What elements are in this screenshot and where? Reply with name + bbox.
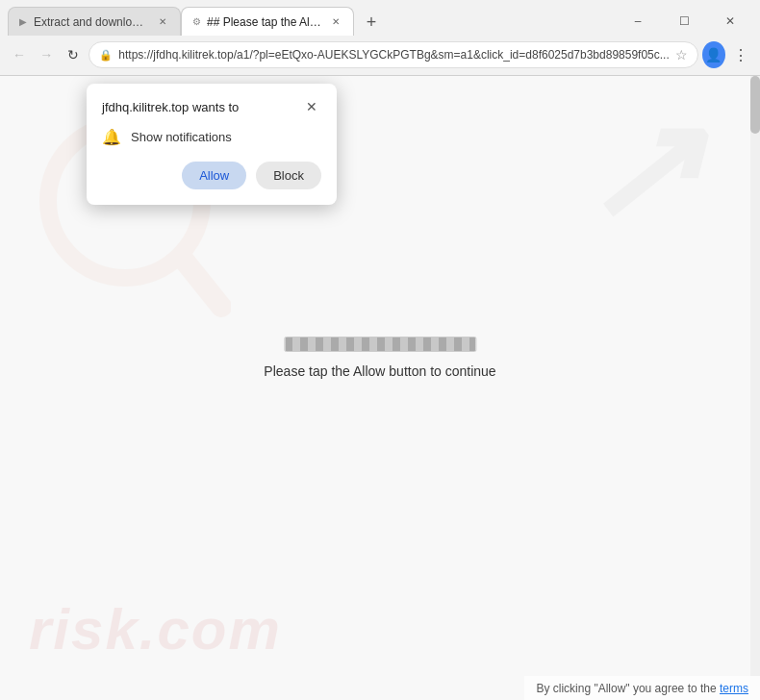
block-button[interactable]: Block <box>256 162 321 189</box>
lock-icon: 🔒 <box>99 49 113 62</box>
tab-2-favicon: ⚙ <box>191 15 201 29</box>
address-url-text: https://jfdhq.kilitrek.top/a1/?pl=eEtQxo… <box>118 48 669 62</box>
popup-body: 🔔 Show notifications <box>102 128 321 146</box>
close-button[interactable]: ✕ <box>708 7 752 36</box>
maximize-button[interactable]: ☐ <box>662 7 706 36</box>
page-center-content: Please tap the Allow button to continue <box>264 337 495 379</box>
title-bar: ▶ Extract and download audio an... ✕ ⚙ #… <box>0 0 760 37</box>
tab-1-favicon: ▶ <box>18 15 28 29</box>
bottom-text: By clicking "Allow" you agree to the <box>536 682 716 695</box>
address-bar[interactable]: 🔒 https://jfdhq.kilitrek.top/a1/?pl=eEtQ… <box>89 41 697 68</box>
svg-line-1 <box>183 259 221 307</box>
arrow-watermark: ↗ <box>581 88 702 250</box>
progress-bar-container <box>284 337 476 352</box>
tab-2-close[interactable]: ✕ <box>328 14 343 30</box>
profile-button[interactable]: 👤 <box>702 41 725 68</box>
bottom-bar: By clicking "Allow" you agree to the ter… <box>524 676 760 700</box>
allow-button[interactable]: Allow <box>182 162 246 189</box>
progress-bar-fill <box>285 338 475 351</box>
scrollbar-thumb[interactable] <box>750 76 760 134</box>
tab-1[interactable]: ▶ Extract and download audio an... ✕ <box>8 7 181 36</box>
popup-title: jfdhq.kilitrek.top wants to <box>102 100 239 114</box>
tab-2-title: ## Please tap the Allow button... <box>207 15 322 29</box>
progress-text: Please tap the Allow button to continue <box>264 363 495 379</box>
tab-2[interactable]: ⚙ ## Please tap the Allow button... ✕ <box>181 7 354 36</box>
bottom-watermark-text: risk.com <box>29 596 282 662</box>
bookmark-icon[interactable]: ☆ <box>675 47 688 62</box>
notification-popup: jfdhq.kilitrek.top wants to ✕ 🔔 Show not… <box>87 84 337 205</box>
permission-text: Show notifications <box>131 130 232 144</box>
page-content: ↗ risk.com Please tap the Allow button t… <box>0 76 760 700</box>
forward-button[interactable]: → <box>35 41 58 68</box>
tab-1-title: Extract and download audio an... <box>34 15 149 29</box>
popup-actions: Allow Block <box>102 162 321 189</box>
scrollbar[interactable] <box>750 76 760 700</box>
back-button[interactable]: ← <box>8 41 31 68</box>
tab-strip: ▶ Extract and download audio an... ✕ ⚙ #… <box>8 7 616 36</box>
popup-header: jfdhq.kilitrek.top wants to ✕ <box>102 97 321 116</box>
menu-button[interactable]: ⋮ <box>729 41 752 68</box>
minimize-button[interactable]: – <box>616 7 660 36</box>
terms-link[interactable]: terms <box>720 682 748 695</box>
window-controls: – ☐ ✕ <box>616 7 752 36</box>
browser-chrome: ▶ Extract and download audio an... ✕ ⚙ #… <box>0 0 760 76</box>
address-bar-row: ← → ↻ 🔒 https://jfdhq.kilitrek.top/a1/?p… <box>0 37 760 75</box>
refresh-button[interactable]: ↻ <box>62 41 85 68</box>
popup-close-button[interactable]: ✕ <box>302 97 321 116</box>
bell-icon: 🔔 <box>102 128 121 146</box>
new-tab-button[interactable]: + <box>358 9 385 36</box>
tab-1-close[interactable]: ✕ <box>155 14 170 30</box>
